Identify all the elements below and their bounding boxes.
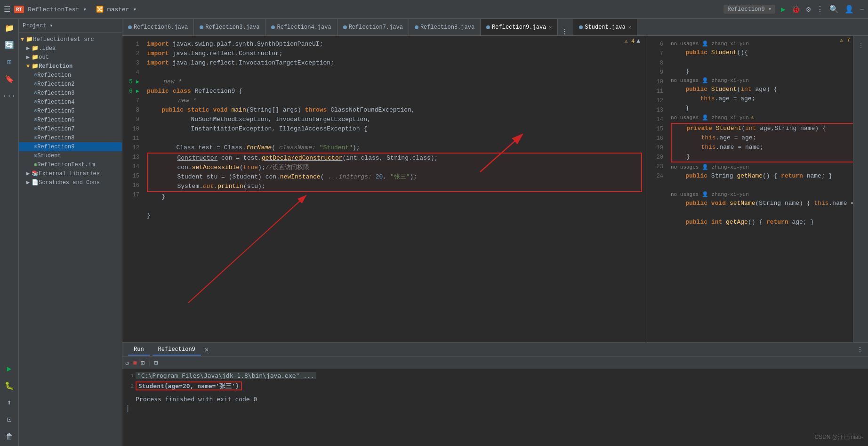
tree-item-reflection1[interactable]: ⊙ Reflection	[19, 71, 122, 80]
tree-item-extlib[interactable]: ▶ 📚 External Libraries	[19, 169, 122, 178]
reflection-folder-label: Reflection	[39, 63, 72, 70]
out-icon: 📁	[32, 54, 39, 61]
toolbar-debug2-icon[interactable]: 🐛	[2, 378, 17, 393]
student-line-15: }	[672, 152, 853, 162]
more-icon[interactable]: ⋮	[816, 5, 824, 14]
stop-icon[interactable]: ■	[132, 358, 137, 368]
reflection9-editor[interactable]: ⚠ 4 ▲ 1 2 3 4 5 ▶ 6 ▶ 7 8 9	[122, 36, 646, 342]
root-icon: 📁	[26, 36, 33, 43]
tab-more-icon[interactable]: ⋮	[558, 28, 571, 35]
hint-usage5: no usages 👤 zhang-xi-yun	[671, 190, 853, 199]
bottom-tab-run[interactable]: Run	[128, 344, 150, 356]
right-toolbar-icon1[interactable]: ⋮	[853, 38, 868, 53]
tab-dot-r6	[128, 25, 132, 29]
extlib-expand: ▶	[26, 170, 30, 177]
tree-item-root[interactable]: ▼ 📁 ReflectionTest src	[19, 35, 122, 44]
r1-icon: ⊙	[34, 72, 37, 79]
bottom-tabs: Run Reflection9 ✕ ⋮	[122, 343, 868, 357]
profile-icon[interactable]: 👤	[844, 5, 854, 14]
hint-usage2: no usages 👤 zhang-xi-yun	[671, 76, 853, 85]
toolbar-bookmark-icon[interactable]: 🔖	[2, 72, 17, 87]
scratches-label: Scratches and Cons	[39, 179, 100, 186]
tree-item-reflection5[interactable]: ⊙ Reflection5	[19, 106, 122, 115]
hint-usage3-row: no usages 👤 zhang-xi-yun ⚠	[671, 113, 853, 122]
student-line-11: }	[671, 104, 853, 113]
root-folder-icon: ▼	[21, 36, 24, 43]
toolbar-structure-icon[interactable]: ⊞	[2, 55, 17, 70]
student-red-box: private Student(int age,String name) { t…	[671, 123, 853, 162]
tree-item-scratches[interactable]: ▶ 📄 Scratches and Cons	[19, 178, 122, 187]
r3-label: Reflection3	[37, 90, 74, 97]
toolbar-commit-icon[interactable]: 🔄	[2, 38, 17, 53]
toolbar-run-active-icon[interactable]: ▶	[2, 361, 17, 376]
r9-label: Reflection9	[37, 144, 74, 150]
tree-item-reflection3[interactable]: ⊙ Reflection3	[19, 89, 122, 97]
tree-item-reflection8[interactable]: ⊙ Reflection8	[19, 133, 122, 142]
tree-item-reflection9[interactable]: ⊙ Reflection9	[19, 142, 122, 151]
code-line-6-hint: new *	[149, 96, 642, 105]
tab-label-r8: Reflection8.java	[420, 24, 474, 31]
debug-icon[interactable]: 🐞	[791, 5, 801, 14]
settings-icon[interactable]: ⚙	[806, 5, 811, 14]
tab-dot-student	[579, 25, 583, 29]
code-line-16	[147, 202, 642, 211]
tree-item-reflection7[interactable]: ⊙ Reflection7	[19, 124, 122, 133]
tab-dot-r8	[415, 25, 418, 29]
tab-close-r9[interactable]: ✕	[549, 24, 552, 30]
student-editor[interactable]: ⚠ 7 6 7 8 9 10 11 12 13 14	[646, 36, 853, 342]
r7-label: Reflection7	[37, 126, 74, 132]
tab-reflection9[interactable]: Reflection9.java ✕	[481, 19, 558, 35]
tree-item-reflection-folder[interactable]: ▼ 📁 Reflection	[19, 62, 122, 71]
warning-nav-up[interactable]: ▲	[636, 38, 640, 45]
console-row-output: 2 Student{age=20, name='张三'}	[126, 381, 864, 391]
tab-reflection7[interactable]: Reflection7.java	[338, 19, 409, 35]
tab-close-student[interactable]: ✕	[628, 24, 631, 30]
tab-reflection3[interactable]: Reflection3.java	[194, 19, 265, 35]
extlib-label: External Libraries	[39, 170, 100, 177]
tree-item-out[interactable]: ▶ 📁 out	[19, 53, 122, 62]
bottom-tab-reflection9[interactable]: Reflection9	[153, 344, 201, 356]
r1-label: Reflection	[37, 72, 71, 79]
app-menu-icon[interactable]: ☰	[4, 5, 10, 14]
project-tree: ▼ 📁 ReflectionTest src ▶ 📁 .idea ▶ 📁 out…	[19, 33, 122, 446]
tab-student[interactable]: Student.java ✕	[573, 19, 637, 35]
tab-reflection6[interactable]: Reflection6.java	[122, 19, 194, 35]
tab-dot-r4	[271, 25, 275, 29]
search-icon[interactable]: 🔍	[829, 5, 839, 14]
tab-reflection4[interactable]: Reflection4.java	[265, 19, 337, 35]
run-action-toolbar: ↺ ■ ⊡ | ⊞	[122, 357, 868, 369]
tab-reflection8[interactable]: Reflection8.java	[409, 19, 481, 35]
r7-icon: ⊙	[34, 125, 37, 132]
toolbar-git-icon[interactable]: ⬆	[2, 395, 17, 410]
code-line-14: System.out.println(stu);	[148, 182, 641, 191]
left-toolbar: 📁 🔄 ⊞ 🔖 ··· ▶ 🐛 ⬆ ⊡ 🗑	[0, 19, 19, 446]
rerun-icon[interactable]: ↺	[124, 358, 130, 368]
toolbar-folder-icon[interactable]: 📁	[2, 21, 17, 36]
watermark: CSDN @汪汪miao-	[814, 433, 863, 441]
tree-item-reflection4[interactable]: ⊙ Reflection4	[19, 97, 122, 106]
tree-item-reflection6[interactable]: ⊙ Reflection6	[19, 115, 122, 124]
vcs-branch[interactable]: 🔀 master ▾	[96, 6, 137, 13]
restore-icon[interactable]: ⊡	[140, 358, 145, 368]
filter-icon[interactable]: ⊞	[153, 358, 159, 368]
student-line-13: this.age = age;	[672, 133, 853, 143]
toolbar-trash-icon[interactable]: 🗑	[2, 429, 17, 444]
tree-item-idea[interactable]: ▶ 📁 .idea	[19, 44, 122, 53]
title-bar-left: ☰ RT ReflectionTest ▾ 🔀 master ▾	[4, 5, 137, 14]
line-numbers-student: 6 7 8 9 10 11 12 13 14 15 16	[646, 36, 665, 342]
close-bottom-icon[interactable]: ✕	[204, 345, 209, 355]
code-line-12: con.setAccessible(true);//设置访问权限	[148, 163, 641, 172]
idea-label: .idea	[39, 45, 56, 52]
minimize-icon[interactable]: –	[860, 5, 864, 14]
reflection-folder-icon: 📁	[32, 63, 39, 70]
tree-item-reflectiontest[interactable]: ⊞ ReflectionTest.im	[19, 160, 122, 169]
toolbar-terminal-icon[interactable]: ⊡	[2, 412, 17, 427]
run-config[interactable]: Reflection9 ▾	[723, 5, 775, 14]
run-icon[interactable]: ▶	[781, 5, 786, 14]
bottom-more-icon[interactable]: ⋮	[856, 345, 864, 355]
idea-expand: ▶	[26, 45, 30, 52]
tree-item-reflection2[interactable]: ⊙ Reflection2	[19, 80, 122, 89]
toolbar-more-icon[interactable]: ···	[2, 89, 17, 104]
main-layout: 📁 🔄 ⊞ 🔖 ··· ▶ 🐛 ⬆ ⊡ 🗑 Project ▾ ▼ 📁 Refl…	[0, 19, 868, 446]
tree-item-student[interactable]: ⊙ Student	[19, 151, 122, 160]
